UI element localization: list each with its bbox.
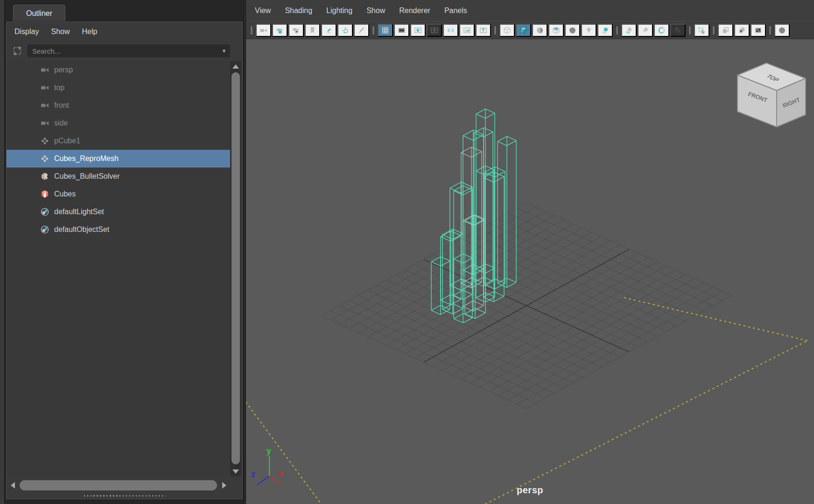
outliner-item-side[interactable]: side (7, 114, 230, 132)
camera-icon (40, 84, 49, 92)
viewport-canvas[interactable]: yxzTOPFRONTRIGHT persp (246, 39, 814, 504)
toolbar-divider (492, 24, 498, 37)
image-plane-icon[interactable] (321, 24, 337, 37)
xray-joints-icon[interactable] (734, 24, 750, 37)
toolbar-divider (370, 24, 377, 37)
outliner-item-front[interactable]: front (7, 97, 230, 114)
shaded-icon[interactable] (516, 24, 531, 37)
safe-action-icon[interactable] (459, 24, 475, 37)
menu-panels[interactable]: Panels (437, 5, 474, 17)
shadows-icon[interactable] (597, 24, 613, 37)
outliner-item-label: side (54, 119, 68, 127)
vertical-scrollbar[interactable] (230, 61, 241, 476)
toolbar-divider (767, 24, 773, 37)
toolbar-divider (614, 24, 620, 37)
panel-resize-grip[interactable] (84, 495, 165, 497)
snapshot-icon[interactable] (751, 24, 766, 37)
left-gutter (0, 0, 5, 504)
outliner-item-persp[interactable]: persp (7, 61, 230, 79)
sync-selection-icon[interactable] (11, 46, 23, 56)
chevron-down-icon[interactable]: ▼ (218, 48, 230, 54)
axis-z-label: z (251, 469, 255, 479)
outliner-body: DisplayShowHelp ▼ persptopfrontsidepCube… (6, 21, 243, 499)
scroll-up-icon[interactable] (230, 61, 241, 71)
texture-ball-icon[interactable] (774, 24, 790, 37)
menu-lighting[interactable]: Lighting (319, 5, 359, 17)
toolbar-divider (687, 24, 693, 37)
scroll-right-icon[interactable] (218, 478, 230, 492)
select-camera-icon[interactable] (256, 24, 271, 37)
toolbar-divider (248, 24, 255, 37)
outliner-tab-strip: Outliner (5, 0, 244, 21)
outliner-search-row: ▼ (7, 42, 230, 60)
menu-renderer[interactable]: Renderer (392, 5, 437, 17)
menu-shading[interactable]: Shading (278, 5, 319, 17)
outliner-item-Cubes_BulletSolver[interactable]: Cubes_BulletSolver (7, 168, 230, 185)
grease-pencil-icon[interactable] (354, 24, 369, 37)
outliner-item-label: defaultObjectSet (54, 225, 109, 234)
outliner-item-label: front (54, 101, 69, 110)
outliner-item-pCube1[interactable]: pCube1 (7, 132, 230, 150)
viewport-scene: yxzTOPFRONTRIGHT (246, 39, 814, 504)
search-input[interactable] (28, 47, 218, 55)
lock-camera-icon[interactable] (272, 24, 288, 37)
outliner-item-Cubes[interactable]: Cubes (7, 185, 230, 203)
field-chart-icon[interactable] (443, 24, 458, 37)
wireframe-icon[interactable] (499, 24, 515, 37)
outliner-item-label: persp (54, 66, 73, 74)
outliner-item-defaultObjectSet[interactable]: defaultObjectSet (7, 221, 230, 238)
resolution-gate-icon[interactable] (410, 24, 426, 37)
grid-icon[interactable] (378, 24, 393, 37)
camera-name-label: persp (517, 485, 543, 496)
menu-show[interactable]: Show (359, 5, 392, 17)
mesh-icon (40, 154, 49, 163)
scroll-left-icon[interactable] (7, 478, 19, 492)
scroll-down-icon[interactable] (230, 466, 241, 476)
outliner-item-Cubes_ReproMesh[interactable]: Cubes_ReproMesh (7, 150, 230, 168)
outliner-item-label: Cubes_ReproMesh (54, 154, 119, 163)
motion-blur-icon[interactable] (638, 24, 653, 37)
menu-help[interactable]: Help (76, 26, 104, 38)
axis-x-label: x (279, 469, 284, 478)
checker-ball-icon[interactable] (565, 24, 580, 37)
pan-zoom-icon[interactable] (337, 24, 353, 37)
anti-aliasing-icon[interactable] (654, 24, 669, 37)
isolate-select-icon[interactable] (694, 24, 709, 37)
toolbar-divider (710, 24, 717, 37)
outliner-item-top[interactable]: top (7, 79, 230, 97)
film-gate-icon[interactable] (394, 24, 409, 37)
container-icon (40, 190, 49, 198)
outliner-item-label: defaultLightSet (54, 208, 104, 216)
camera-icon (40, 66, 49, 74)
object-set-icon (40, 225, 49, 234)
bookmarks-icon[interactable] (305, 24, 320, 37)
mesh-icon (40, 137, 49, 145)
camera-icon (40, 119, 49, 127)
camera-attributes-icon[interactable] (288, 24, 304, 37)
depth-of-field-icon[interactable] (670, 24, 686, 37)
object-set-icon (40, 208, 49, 216)
bullet-solver-icon (40, 172, 49, 181)
horizontal-scrollbar[interactable] (7, 478, 230, 492)
textured-icon[interactable] (548, 24, 564, 37)
gate-mask-icon[interactable] (427, 24, 442, 37)
outliner-item-label: pCube1 (54, 137, 80, 145)
ssao-icon[interactable] (621, 24, 637, 37)
camera-icon (40, 101, 49, 110)
safe-title-icon[interactable] (476, 24, 491, 37)
search-box: ▼ (27, 44, 230, 57)
menu-show[interactable]: Show (45, 26, 76, 38)
axis-y-label: y (267, 446, 271, 455)
lighting-icon[interactable] (581, 24, 596, 37)
menu-view[interactable]: View (248, 5, 278, 17)
vertical-scroll-thumb[interactable] (232, 72, 240, 464)
outliner-item-defaultLightSet[interactable]: defaultLightSet (7, 203, 230, 221)
horizontal-scroll-thumb[interactable] (20, 480, 217, 490)
viewport-menubar: ViewShadingLightingShowRendererPanels (246, 0, 814, 21)
outliner-tab[interactable]: Outliner (13, 5, 65, 21)
outliner-item-label: Cubes_BulletSolver (54, 172, 120, 181)
xray-icon[interactable] (718, 24, 733, 37)
outliner-menubar: DisplayShowHelp (7, 22, 242, 42)
default-material-icon[interactable] (532, 24, 547, 37)
menu-display[interactable]: Display (8, 26, 45, 38)
